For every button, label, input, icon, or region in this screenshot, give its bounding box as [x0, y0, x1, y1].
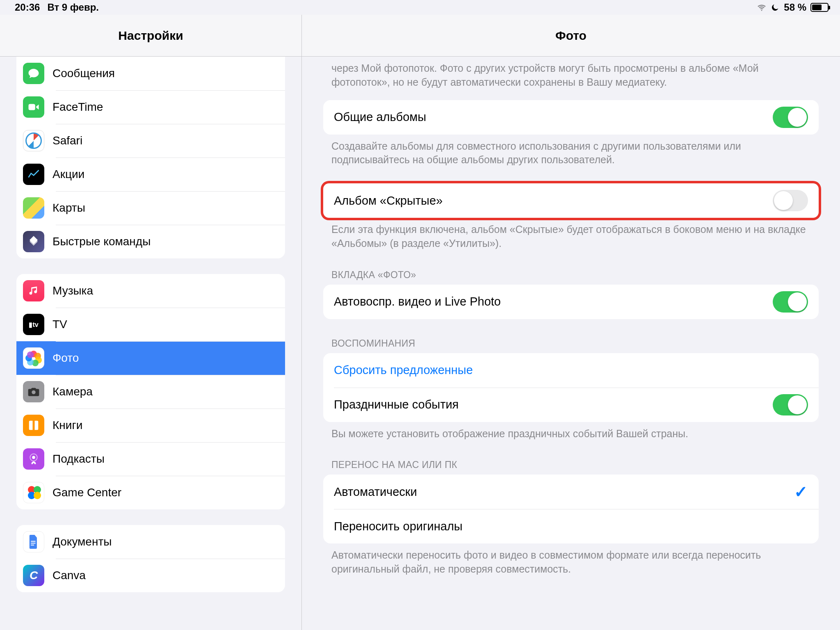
- battery-percent: 58 %: [784, 2, 806, 13]
- maps-icon: [23, 197, 44, 219]
- sidebar-item-stocks[interactable]: Акции: [16, 158, 285, 191]
- holiday-events-label: Праздничные события: [334, 398, 773, 411]
- sidebar-item-books[interactable]: Книги: [16, 409, 285, 442]
- sidebar-item-label: Safari: [52, 134, 275, 147]
- autoplay-label: Автовоспр. видео и Live Photo: [334, 295, 773, 308]
- svg-point-3: [32, 456, 35, 459]
- sidebar-item-shortcuts[interactable]: Быстрые команды: [16, 225, 285, 258]
- svg-point-0: [761, 10, 762, 11]
- sidebar-item-safari[interactable]: Safari: [16, 124, 285, 158]
- holiday-events-row[interactable]: Праздничные события: [323, 388, 819, 422]
- sidebar-item-label: Камера: [52, 385, 275, 398]
- reset-suggested-row[interactable]: Сбросить предложенные: [323, 353, 819, 388]
- facetime-icon: [23, 96, 44, 118]
- sidebar-item-label: Подкасты: [52, 452, 275, 466]
- detail-title: Фото: [555, 29, 587, 43]
- settings-sidebar: Настройки СообщенияFaceTimeSafariАкцииКа…: [0, 15, 302, 630]
- wifi-icon: [757, 2, 767, 12]
- sidebar-item-label: Сообщения: [52, 67, 275, 80]
- holiday-events-switch[interactable]: [773, 394, 808, 415]
- messages-icon: [23, 63, 44, 84]
- status-time: 20:36: [15, 2, 40, 13]
- photos-icon: [23, 347, 44, 369]
- books-icon: [23, 415, 44, 436]
- svg-rect-7: [31, 545, 34, 546]
- hidden-album-card: Альбом «Скрытые»: [323, 183, 819, 218]
- sidebar-item-tv[interactable]: ▮tvTV: [16, 308, 285, 341]
- transfer-card: Автоматически ✓ Переносить оригиналы: [323, 475, 819, 543]
- sidebar-item-label: Карты: [52, 201, 275, 215]
- shared-albums-note: Создавайте альбомы для совместного испол…: [323, 135, 819, 167]
- status-bar: 20:36 Вт 9 февр. 58 %: [0, 0, 840, 15]
- sidebar-scroll[interactable]: СообщенияFaceTimeSafariАкцииКартыБыстрые…: [0, 57, 301, 630]
- sidebar-item-label: Музыка: [52, 284, 275, 297]
- detail-header: Фото: [302, 15, 840, 57]
- transfer-header: ПЕРЕНОС НА MAC ИЛИ ПК: [323, 441, 819, 475]
- sidebar-item-messages[interactable]: Сообщения: [16, 57, 285, 90]
- transfer-originals-label: Переносить оригиналы: [334, 520, 808, 533]
- camera-icon: [23, 381, 44, 402]
- reset-suggested-label: Сбросить предложенные: [334, 363, 808, 377]
- memories-card: Сбросить предложенные Праздничные событи…: [323, 353, 819, 422]
- sidebar-item-label: Книги: [52, 419, 275, 432]
- shared-albums-row[interactable]: Общие альбомы: [323, 100, 819, 135]
- sidebar-item-label: Canva: [52, 569, 275, 582]
- stocks-icon: [23, 164, 44, 185]
- hidden-album-row[interactable]: Альбом «Скрытые»: [323, 183, 819, 218]
- sidebar-item-label: TV: [52, 318, 275, 331]
- sidebar-item-gc[interactable]: Game Center: [16, 476, 285, 509]
- hidden-album-switch[interactable]: [773, 190, 808, 211]
- safari-icon: [23, 130, 44, 151]
- checkmark-icon: ✓: [794, 482, 808, 501]
- svg-rect-5: [31, 541, 35, 542]
- battery-icon: [810, 3, 829, 12]
- sidebar-item-photos[interactable]: Фото: [16, 341, 285, 375]
- photo-tab-header: ВКЛАДКА «ФОТО»: [323, 251, 819, 285]
- detail-panel: Фото через Мой фотопоток. Фото с других …: [302, 15, 840, 630]
- shared-albums-switch[interactable]: [773, 107, 808, 128]
- sidebar-item-camera[interactable]: Камера: [16, 375, 285, 409]
- memories-header: ВОСПОМИНАНИЯ: [323, 319, 819, 353]
- svg-rect-1: [29, 104, 35, 110]
- hidden-album-label: Альбом «Скрытые»: [334, 194, 773, 208]
- memories-note: Вы можете установить отображение праздни…: [323, 422, 819, 441]
- music-icon: [23, 280, 44, 301]
- status-date: Вт 9 февр.: [47, 2, 99, 13]
- photo-tab-card: Автовоспр. видео и Live Photo: [323, 285, 819, 319]
- transfer-note: Автоматически переносить фото и видео в …: [323, 543, 819, 576]
- shared-albums-card: Общие альбомы: [323, 100, 819, 135]
- svg-rect-6: [31, 543, 35, 543]
- canva-icon: C: [23, 565, 44, 586]
- autoplay-row[interactable]: Автовоспр. видео и Live Photo: [323, 285, 819, 319]
- sidebar-item-label: Акции: [52, 168, 275, 181]
- sidebar-item-label: Быстрые команды: [52, 235, 275, 248]
- autoplay-switch[interactable]: [773, 291, 808, 313]
- podcasts-icon: [23, 448, 44, 470]
- shortcuts-icon: [23, 231, 44, 252]
- sidebar-item-label: Фото: [52, 352, 275, 365]
- svg-point-2: [32, 390, 35, 394]
- sidebar-item-music[interactable]: Музыка: [16, 274, 285, 308]
- sidebar-title: Настройки: [118, 29, 183, 43]
- transfer-auto-label: Автоматически: [334, 485, 794, 499]
- transfer-originals-row[interactable]: Переносить оригиналы: [323, 509, 819, 543]
- dnd-moon-icon: [771, 3, 780, 12]
- sidebar-item-maps[interactable]: Карты: [16, 191, 285, 225]
- shared-albums-label: Общие альбомы: [334, 110, 773, 124]
- sidebar-item-docs[interactable]: Документы: [16, 525, 285, 559]
- sidebar-item-label: FaceTime: [52, 100, 275, 114]
- sidebar-item-label: Документы: [52, 535, 275, 548]
- sidebar-header: Настройки: [0, 15, 301, 57]
- photostream-note: через Мой фотопоток. Фото с других устро…: [323, 57, 819, 89]
- sidebar-item-podcasts[interactable]: Подкасты: [16, 442, 285, 476]
- docs-icon: [23, 531, 44, 552]
- gc-icon: [23, 482, 44, 503]
- sidebar-item-label: Game Center: [52, 486, 275, 499]
- transfer-auto-row[interactable]: Автоматически ✓: [323, 475, 819, 509]
- sidebar-item-facetime[interactable]: FaceTime: [16, 90, 285, 124]
- tv-icon: ▮tv: [23, 314, 44, 335]
- hidden-album-note: Если эта функция включена, альбом «Скрыт…: [323, 218, 819, 251]
- sidebar-item-canva[interactable]: CCanva: [16, 559, 285, 592]
